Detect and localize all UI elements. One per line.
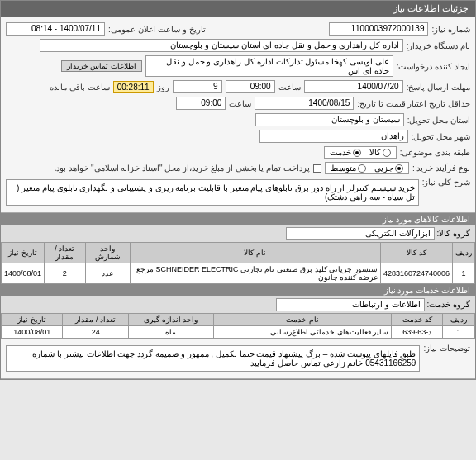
radio-goods xyxy=(383,149,391,157)
value-request-number: 1100003972000139 xyxy=(329,22,428,36)
value-main-desc: خرید سیستم کنترلر از راه دور برق تابلوها… xyxy=(6,179,419,206)
radio-minor xyxy=(395,164,403,173)
label-main-desc: شرح کلی نیاز: xyxy=(422,178,470,187)
goods-cell-idx: 1 xyxy=(453,263,475,284)
details-section: شماره نیاز: 1100003972000139 تاریخ و ساع… xyxy=(1,17,475,213)
main-container: جزئیات اطلاعات نیاز شماره نیاز: 11000039… xyxy=(0,0,476,380)
services-table-header-row: ردیف کد خدمت نام خدمت واحد اندازه گیری ت… xyxy=(2,314,475,326)
notes-section: توضیحات نیاز: طبق فایلهای پیوست شده – بر… xyxy=(1,339,475,379)
services-col-date: تاریخ نیاز xyxy=(2,314,63,326)
payment-note: پرداخت تمام یا بخشی از مبلغ خرید،از محل … xyxy=(55,164,310,173)
row-buy-process: نوع فرآیند خرید : جزیی متوسط پرداخت تمام… xyxy=(6,160,470,176)
radio-service xyxy=(353,149,361,157)
radio-medium xyxy=(358,164,366,173)
services-header: اطلاعات خدمات مورد نیاز xyxy=(1,284,475,296)
label-deadline: مهلت ارسال پاسخ: xyxy=(407,83,470,92)
radio-item-medium[interactable]: متوسط xyxy=(331,164,366,173)
row-category: طبقه بندی موضوعی: کالا خدمت xyxy=(6,145,470,160)
label-validity: حداقل تاریخ اعتبار قیمت تا تاریخ: xyxy=(357,99,470,108)
goods-cell-unit: عدد xyxy=(85,263,130,284)
goods-col-code: کد کالا xyxy=(380,243,452,263)
row-deadline: مهلت ارسال پاسخ: 1400/07/20 ساعت 09:00 9… xyxy=(6,78,470,95)
services-table: ردیف کد خدمت نام خدمت واحد اندازه گیری ت… xyxy=(1,313,475,339)
services-group-row: گروه خدمت: اطلاعات و ارتباطات xyxy=(1,296,475,313)
label-remaining: ساعت باقی مانده xyxy=(50,83,110,92)
value-public-announce: 1400/07/11 - 08:14 xyxy=(6,22,105,36)
row-city: شهر محل تحویل: راهدان xyxy=(6,128,470,145)
category-radio-group: کالا خدمت xyxy=(324,146,397,159)
page-title: جزئیات اطلاعات نیاز xyxy=(393,3,469,13)
label-buy-process: نوع فرآیند خرید : xyxy=(412,164,470,173)
remaining-timer: 00:28:11 xyxy=(113,81,154,93)
label-request-number: شماره نیاز: xyxy=(431,25,470,34)
goods-table: ردیف کد کالا نام کالا واحد شمارش تعداد /… xyxy=(1,242,475,284)
services-col-qty: تعداد / مقدار xyxy=(63,314,128,326)
goods-cell-name: سنسور جریانی کلید برق صنعتی نام تجارتی S… xyxy=(130,263,380,284)
table-row: 1 د-63-639 سایر فعالیت‌های خدماتی اطلاع‌… xyxy=(2,326,475,339)
services-cell-code: د-63-639 xyxy=(392,326,443,339)
radio-item-goods[interactable]: کالا xyxy=(369,148,391,157)
radio-item-service[interactable]: خدمت xyxy=(330,148,361,157)
page-header: جزئیات اطلاعات نیاز xyxy=(1,1,475,17)
value-city: راهدان xyxy=(259,130,408,143)
value-deadline-hour: 09:00 xyxy=(226,80,275,93)
table-row: 1 4283160724740006 سنسور جریانی کلید برق… xyxy=(2,263,475,284)
label-province: استان محل تحویل: xyxy=(407,116,470,125)
goods-col-name: نام کالا xyxy=(130,243,380,263)
payment-checkbox[interactable] xyxy=(313,164,321,173)
services-col-idx: ردیف xyxy=(443,314,475,326)
services-group-label: گروه خدمت: xyxy=(426,300,470,309)
label-notes: توضیحات نیاز: xyxy=(423,344,470,353)
buy-process-radio-group: جزیی متوسط xyxy=(325,162,409,174)
label-buyer-org: نام دستگاه خریدار: xyxy=(407,41,470,50)
goods-cell-date: 1400/08/01 xyxy=(2,263,45,284)
goods-table-header-row: ردیف کد کالا نام کالا واحد شمارش تعداد /… xyxy=(2,243,475,263)
buyer-contact-button[interactable]: اطلاعات تماس خریدار xyxy=(61,60,142,72)
goods-cell-qty: 2 xyxy=(45,263,86,284)
radio-goods-label: کالا xyxy=(369,148,381,157)
value-validity-date: 1400/08/15 xyxy=(255,97,354,110)
radio-medium-label: متوسط xyxy=(331,164,356,173)
radio-minor-label: جزیی xyxy=(374,164,393,173)
goods-group-row: گروه کالا: ابزارآلات الکتریکی xyxy=(1,225,475,242)
value-notes: طبق فایلهای پیوست شده – برگ پیشنهاد قیمت… xyxy=(6,345,420,372)
row-province: استان محل تحویل: سیستان و بلوچستان xyxy=(6,111,470,128)
value-requester: علی اویسی کهخا مسئول تدارکات اداره کل را… xyxy=(145,55,393,77)
services-col-unit: واحد اندازه گیری xyxy=(128,314,213,326)
goods-header: اطلاعات کالاهای مورد نیاز xyxy=(1,213,475,225)
goods-group-label: گروه کالا: xyxy=(436,229,470,238)
label-city: شهر محل تحویل: xyxy=(412,132,470,141)
row-buyer-org: نام دستگاه خریدار: اداره کل راهداری و حم… xyxy=(6,37,470,54)
label-deadline-hour: ساعت xyxy=(278,83,301,92)
value-deadline-date: 1400/07/20 xyxy=(304,80,403,93)
label-deadline-day: روز xyxy=(157,83,169,92)
radio-item-minor[interactable]: جزیی xyxy=(374,164,403,173)
services-cell-unit: ماه xyxy=(128,326,213,339)
services-group-value: اطلاعات و ارتباطات xyxy=(276,298,425,311)
value-validity-hour: 09:00 xyxy=(176,97,226,110)
services-col-name: نام خدمت xyxy=(213,314,391,326)
services-cell-name: سایر فعالیت‌های خدماتی اطلاع‌رسانی xyxy=(213,326,391,339)
label-category: طبقه بندی موضوعی: xyxy=(400,148,470,157)
label-requester: ایجاد کننده درخواست: xyxy=(397,62,470,71)
row-main-desc: شرح کلی نیاز: خرید سیستم کنترلر از راه د… xyxy=(6,176,470,209)
row-requester: ایجاد کننده درخواست: علی اویسی کهخا مسئو… xyxy=(6,54,470,78)
radio-service-label: خدمت xyxy=(330,148,351,157)
goods-col-date: تاریخ نیاز xyxy=(2,243,45,263)
value-province: سیستان و بلوچستان xyxy=(255,113,404,126)
goods-col-idx: ردیف xyxy=(453,243,475,263)
row-validity: حداقل تاریخ اعتبار قیمت تا تاریخ: 1400/0… xyxy=(6,95,470,111)
goods-col-qty: تعداد / مقدار xyxy=(45,243,86,263)
label-public-announce: تاریخ و ساعت اعلان عمومی: xyxy=(108,25,206,34)
goods-cell-code: 4283160724740006 xyxy=(380,263,452,284)
goods-col-unit: واحد شمارش xyxy=(85,243,130,263)
services-cell-qty: 24 xyxy=(63,326,128,339)
services-cell-idx: 1 xyxy=(443,326,475,339)
value-deadline-day: 9 xyxy=(173,80,222,93)
services-cell-date: 1400/08/01 xyxy=(2,326,63,339)
goods-group-value: ابزارآلات الکتریکی xyxy=(286,227,435,240)
services-col-code: کد خدمت xyxy=(392,314,443,326)
label-validity-hour: ساعت xyxy=(229,99,251,108)
row-request-number: شماره نیاز: 1100003972000139 تاریخ و ساع… xyxy=(6,21,470,37)
value-buyer-org: اداره کل راهداری و حمل و نقل جاده ای است… xyxy=(40,39,403,52)
